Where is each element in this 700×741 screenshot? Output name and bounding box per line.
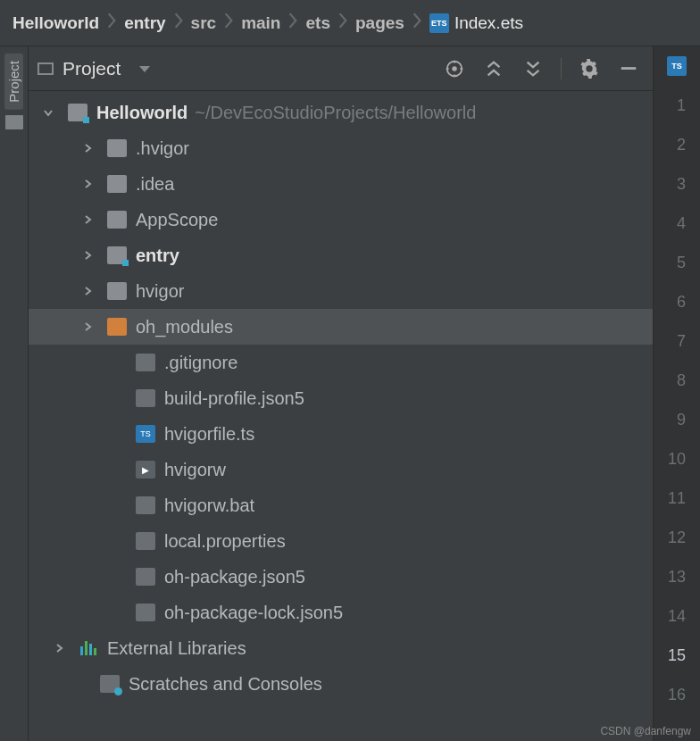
editor-gutter: TS 12345678910111213141516 xyxy=(654,46,700,741)
tree-item-label: local.properties xyxy=(164,531,286,552)
folder-icon xyxy=(107,246,127,264)
expand-all-button[interactable] xyxy=(479,54,509,84)
chevron-right-icon[interactable] xyxy=(82,214,98,225)
tree-item--idea[interactable]: .idea xyxy=(29,166,653,202)
chevron-right-icon xyxy=(338,12,348,34)
panel-title[interactable]: Project xyxy=(62,58,121,79)
chevron-right-icon[interactable] xyxy=(82,250,98,261)
tree-item-label: .idea xyxy=(136,174,174,195)
chevron-right-icon[interactable] xyxy=(82,143,98,154)
tree-item-label: hvigor xyxy=(136,281,184,302)
tree-item-label: AppScope xyxy=(136,210,218,230)
crumb-entry[interactable]: entry xyxy=(124,13,165,33)
line-number[interactable]: 2 xyxy=(677,125,686,164)
file-icon: ▶ xyxy=(136,461,155,479)
library-icon xyxy=(79,639,98,657)
settings-button[interactable] xyxy=(574,54,604,84)
project-icon xyxy=(38,62,54,75)
crumb-main[interactable]: main xyxy=(241,13,280,33)
editor-file-icon[interactable]: TS xyxy=(654,46,700,86)
folder-icon xyxy=(107,318,127,336)
tab-project[interactable]: Project xyxy=(4,54,23,110)
tool-window-stripe: Project xyxy=(0,46,29,741)
tree-item-label: .hvigor xyxy=(136,138,189,159)
chevron-right-icon xyxy=(412,12,422,34)
tree-root-path: ~/DevEcoStudioProjects/Helloworld xyxy=(195,103,476,123)
chevron-right-icon[interactable] xyxy=(82,321,98,332)
file-icon xyxy=(136,496,155,514)
line-number[interactable]: 5 xyxy=(677,243,686,282)
tree-item-hvigorw[interactable]: ▶hvigorw xyxy=(29,452,653,487)
file-icon xyxy=(136,389,155,407)
tree-item-label: build-profile.json5 xyxy=(164,388,304,409)
svg-rect-2 xyxy=(621,67,637,70)
folder-icon xyxy=(107,139,127,157)
line-number[interactable]: 10 xyxy=(668,439,686,479)
structure-icon[interactable] xyxy=(5,115,23,129)
hide-button[interactable] xyxy=(613,54,644,84)
folder-icon xyxy=(107,175,127,193)
watermark: CSDN @danfengw xyxy=(600,725,691,737)
tree-item-hvigor[interactable]: hvigor xyxy=(29,273,653,309)
ext-lib-label: External Libraries xyxy=(107,638,246,659)
tree-item-oh-package-json5[interactable]: oh-package.json5 xyxy=(29,559,653,595)
line-number[interactable]: 8 xyxy=(677,361,686,400)
scratches-consoles[interactable]: Scratches and Consoles xyxy=(29,666,653,702)
tree-item-local-properties[interactable]: local.properties xyxy=(29,523,653,559)
tree-root[interactable]: Helloworld ~/DevEcoStudioProjects/Hellow… xyxy=(29,95,653,130)
chevron-right-icon[interactable] xyxy=(54,643,70,654)
crumb-helloworld[interactable]: Helloworld xyxy=(12,13,99,33)
tree-item-label: .gitignore xyxy=(164,353,238,373)
tree-item-label: oh_modules xyxy=(136,317,233,337)
chevron-right-icon xyxy=(288,12,298,34)
tree-item--gitignore[interactable]: .gitignore xyxy=(29,345,653,380)
chevron-down-icon[interactable] xyxy=(138,59,151,79)
scratches-label: Scratches and Consoles xyxy=(129,674,322,695)
external-libraries[interactable]: External Libraries xyxy=(29,630,653,666)
select-opened-file-button[interactable] xyxy=(439,54,470,84)
tree-item-build-profile-json5[interactable]: build-profile.json5 xyxy=(29,380,653,416)
breadcrumb: Helloworld entry src main ets pages ETS … xyxy=(0,0,700,46)
tree-item-oh-package-lock-json5[interactable]: oh-package-lock.json5 xyxy=(29,595,653,630)
tree-item-label: hvigorw.bat xyxy=(164,495,254,516)
chevron-right-icon xyxy=(173,12,184,34)
line-number[interactable]: 11 xyxy=(668,479,686,518)
tree-item-oh_modules[interactable]: oh_modules xyxy=(29,309,653,345)
folder-icon xyxy=(107,282,127,300)
line-number[interactable]: 3 xyxy=(677,164,686,204)
tree-item-label: oh-package-lock.json5 xyxy=(164,603,343,623)
line-number[interactable]: 1 xyxy=(677,86,686,125)
file-icon: TS xyxy=(136,425,155,443)
tree-root-name: Helloworld xyxy=(96,103,188,123)
crumb-pages[interactable]: pages xyxy=(355,13,404,33)
project-panel: Project Helloworld ~/DevEcoStudioProject… xyxy=(29,46,654,741)
divider xyxy=(561,58,562,79)
line-number[interactable]: 13 xyxy=(668,557,686,596)
tree-item-hvigorfile-ts[interactable]: TShvigorfile.ts xyxy=(29,416,653,452)
crumb-src[interactable]: src xyxy=(191,13,217,33)
file-icon xyxy=(136,532,155,550)
tree-item-AppScope[interactable]: AppScope xyxy=(29,202,653,237)
line-number[interactable]: 14 xyxy=(668,596,686,636)
tree-item-label: hvigorw xyxy=(164,460,226,480)
line-number[interactable]: 6 xyxy=(677,282,686,321)
line-number[interactable]: 9 xyxy=(677,400,686,439)
tree-item--hvigor[interactable]: .hvigor xyxy=(29,130,653,166)
file-icon xyxy=(136,568,155,586)
collapse-all-button[interactable] xyxy=(518,54,548,84)
line-number[interactable]: 16 xyxy=(668,675,686,714)
tree-item-hvigorw-bat[interactable]: hvigorw.bat xyxy=(29,487,653,523)
chevron-down-icon[interactable] xyxy=(43,107,59,118)
line-number[interactable]: 4 xyxy=(677,204,686,243)
crumb-ets[interactable]: ets xyxy=(305,13,329,33)
tree-item-entry[interactable]: entry xyxy=(29,237,653,273)
line-number[interactable]: 7 xyxy=(677,321,686,361)
tree-item-label: hvigorfile.ts xyxy=(164,424,254,445)
chevron-right-icon[interactable] xyxy=(82,179,98,189)
crumb-file[interactable]: ETS Index.ets xyxy=(429,13,523,33)
svg-point-1 xyxy=(452,66,457,71)
line-number[interactable]: 12 xyxy=(668,518,686,557)
file-icon xyxy=(136,354,155,371)
chevron-right-icon[interactable] xyxy=(82,286,98,296)
line-number[interactable]: 15 xyxy=(668,636,686,675)
